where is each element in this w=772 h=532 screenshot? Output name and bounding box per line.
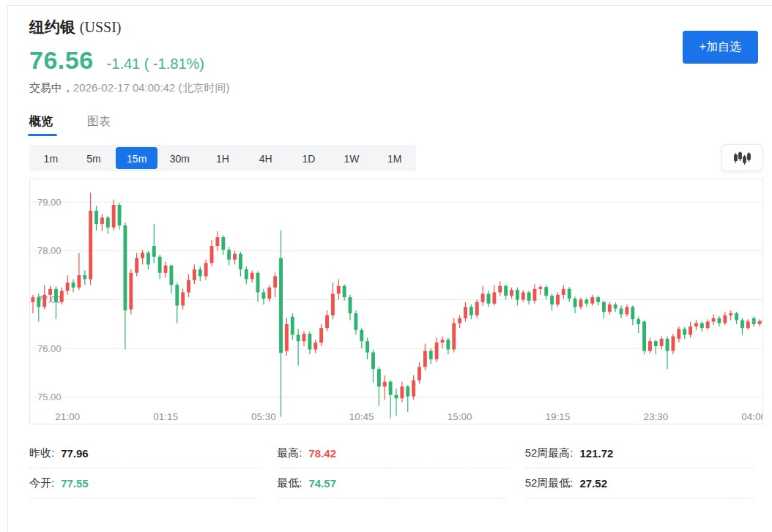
add-watchlist-button[interactable]: +加自选: [683, 31, 758, 64]
tab-bar: 概览 图表: [29, 114, 762, 136]
x-axis-label: 10:45: [349, 411, 374, 422]
stat-value: 121.72: [580, 447, 614, 460]
quote-stats: 昨收:77.96最高:78.4252周最高:121.72今开:77.55最低:7…: [29, 438, 755, 498]
stat-row: 最低:74.57: [277, 468, 507, 498]
tab-chart[interactable]: 图表: [87, 114, 111, 136]
stat-row: 昨收:77.96: [29, 438, 259, 468]
stat-value: 78.42: [309, 447, 337, 460]
y-axis-label: 75.00: [37, 391, 62, 402]
candlestick-chart: 79.0078.0077.0076.0075.0021:0001:1505:30…: [29, 179, 763, 424]
quote-page: 纽约银 (USSI) 76.56 -1.41 ( -1.81%) 交易中，202…: [29, 0, 762, 498]
instrument-symbol: (USSI): [80, 19, 122, 35]
stat-row: 最高:78.42: [277, 438, 507, 468]
trading-status-row: 交易中，2026-02-17 04:00:42 (北京时间): [29, 81, 762, 95]
x-axis-label: 15:00: [448, 411, 472, 422]
interval-button-1m[interactable]: 1m: [30, 147, 72, 169]
interval-selector: 1m5m15m30m1H4H1D1W1M: [29, 145, 416, 171]
x-axis-label: 23:30: [643, 411, 668, 422]
x-axis-label: 21:00: [55, 411, 80, 422]
interval-button-4H[interactable]: 4H: [245, 147, 286, 169]
x-axis-label: 19:15: [546, 411, 571, 422]
stat-label: 今开:: [29, 476, 54, 490]
last-price: 76.56: [29, 46, 94, 75]
active-tab-underline: [28, 134, 57, 136]
price-change: -1.41 ( -1.81%): [107, 56, 204, 72]
stat-value: 27.52: [580, 477, 608, 490]
stat-label: 最高:: [277, 446, 302, 460]
interval-button-1H[interactable]: 1H: [202, 147, 244, 169]
y-axis-label: 78.00: [37, 245, 62, 256]
interval-button-1D[interactable]: 1D: [288, 147, 330, 169]
interval-button-30m[interactable]: 30m: [159, 147, 201, 169]
candlestick-chart-icon: [733, 151, 751, 165]
interval-button-5m[interactable]: 5m: [73, 147, 115, 169]
interval-button-1M[interactable]: 1M: [374, 147, 415, 169]
interval-button-1W[interactable]: 1W: [331, 147, 373, 169]
stat-row: 今开:77.55: [29, 468, 259, 498]
chart-style-button[interactable]: [721, 144, 762, 171]
stat-value: 74.57: [309, 477, 337, 490]
stat-label: 昨收:: [29, 446, 54, 460]
stat-label: 52周最高:: [525, 446, 574, 460]
price-row: 76.56 -1.41 ( -1.81%): [29, 46, 762, 75]
quote-timestamp: 2026-02-17 04:00:42 (北京时间): [73, 81, 229, 94]
stat-row: 52周最高:121.72: [525, 438, 755, 468]
stat-label: 52周最低:: [525, 476, 574, 490]
y-axis-label: 76.00: [37, 343, 62, 354]
tab-overview[interactable]: 概览: [29, 114, 53, 136]
x-axis-label: 01:15: [153, 411, 178, 422]
trading-status: 交易中，: [29, 81, 73, 94]
instrument-name: 纽约银: [29, 18, 75, 35]
stat-value: 77.96: [61, 447, 89, 460]
stat-row: 52周最低:27.52: [525, 468, 755, 498]
x-axis-label: 05:30: [251, 411, 276, 422]
stat-value: 77.55: [61, 477, 89, 490]
chart-toolbar: 1m5m15m30m1H4H1D1W1M: [29, 145, 762, 171]
y-axis-label: 79.00: [37, 197, 62, 208]
x-axis-label: 04:00: [741, 411, 762, 422]
stat-label: 最低:: [277, 476, 302, 490]
instrument-title: 纽约银 (USSI): [29, 0, 762, 37]
interval-button-15m[interactable]: 15m: [116, 147, 157, 169]
page-left-border: [7, 5, 8, 532]
